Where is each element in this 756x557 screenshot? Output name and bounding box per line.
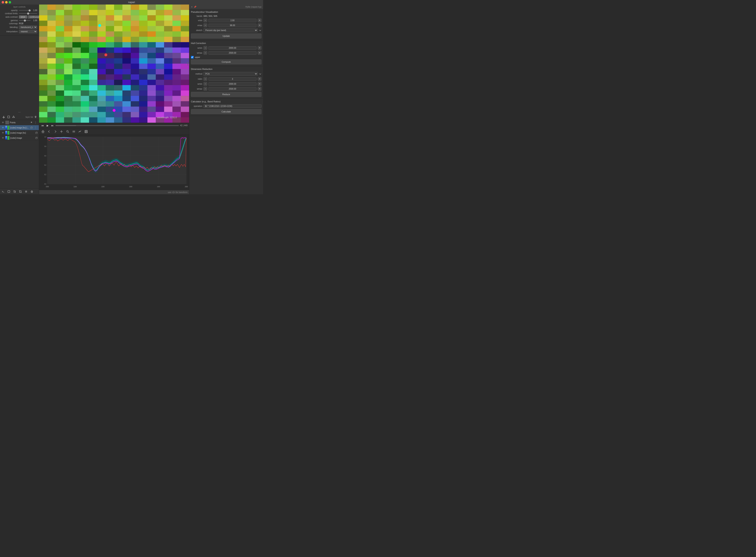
contrast-slider[interactable] [19,13,37,14]
layer-item-cube-hc-2200[interactable]: 👁 [cube] image [hc] [2200, ... ⋮ [0,125,39,130]
ndim-input[interactable] [208,77,257,81]
nav-pan-icon[interactable] [59,129,64,134]
nav-line-icon[interactable] [78,129,82,134]
square-icon[interactable] [7,189,11,194]
side-handle[interactable] [187,62,188,65]
update-button[interactable]: Update [191,33,261,38]
select-tool[interactable] [7,115,11,119]
hull-wmin-plus[interactable]: + [258,46,261,50]
vmax-plus[interactable]: + [258,23,261,27]
upper-checkbox[interactable] [191,56,194,59]
dr-wmax-minus[interactable]: − [203,87,207,91]
skip-start-button[interactable]: ⏮ [41,124,45,127]
dr-wmax-plus[interactable]: + [258,87,261,91]
layer-icon-group2 [5,136,9,140]
dr-wmax-label: wmax [191,88,202,90]
right-close-btn[interactable]: ✕ [191,6,193,8]
hull-wmin-input[interactable] [208,46,257,50]
compute-button[interactable]: Compute [191,59,261,64]
stretch-select[interactable]: Percent clip (per band) Percent clip Man… [203,28,258,32]
layer-options-icon[interactable]: ⋮ [33,121,38,124]
status-hint: use <2> for transform [168,191,187,194]
nav-params-icon[interactable] [71,129,76,134]
maximize-button[interactable] [9,1,11,3]
delete-layer-button[interactable] [34,115,37,119]
polygon-tool[interactable] [11,115,16,119]
layer-name-cube-hc: [cube] image [hc] [10,132,34,134]
right-panel-title: Hylite (napari-hyp [245,6,261,8]
svg-rect-15 [31,192,32,193]
dr-wmax-input[interactable] [208,87,257,91]
visibility-icon[interactable]: 👁 [1,136,4,140]
vmin-plus[interactable]: + [258,19,261,22]
expand-handle[interactable]: ··· [0,110,39,114]
nav-forward-icon[interactable] [53,129,58,134]
point-cyan [98,24,101,27]
method-select[interactable]: PCA MNF ICA [203,72,258,76]
vmin-input[interactable] [208,19,257,22]
vmax-minus[interactable]: − [203,23,207,27]
visibility-icon[interactable]: 👁 [1,126,4,129]
close-button[interactable] [2,1,4,3]
interpolation-select[interactable]: nearest linear [19,30,37,33]
svg-text:2300: 2300 [129,185,133,188]
hull-wmin-minus[interactable]: − [203,46,207,50]
dr-wmin-minus[interactable]: − [203,82,207,86]
layer-item-cube-hc[interactable]: 👁 [cube] image [hc] [0,130,39,136]
app-title: napari [128,1,135,4]
grid-icon[interactable] [24,189,28,194]
hull-wmax-minus[interactable]: − [203,51,207,55]
auto-contrast-buttons: once continuous [19,16,41,19]
window-controls[interactable] [2,1,11,3]
move-tool[interactable] [2,115,6,119]
spectral-chart: 1.0 0.8 0.6 0.4 0.2 0.0 2000 2100 2200 2… [39,135,189,190]
dr-wmin-plus[interactable]: + [258,82,261,86]
home-icon[interactable] [30,189,34,194]
opacity-label: opacity: [2,9,18,11]
nav-zoom-icon[interactable] [65,129,70,134]
nav-back-icon[interactable] [47,129,51,134]
opacity-slider[interactable] [19,10,31,11]
reduce-button[interactable]: Reduce [191,92,261,97]
timeline-slider[interactable] [56,125,179,126]
calculator-section: Calculator (e.g., Band Ratios) operation… [189,99,263,116]
once-button[interactable]: once [19,16,27,19]
calculate-button[interactable]: Calculate [191,109,261,114]
gamma-slider-container[interactable] [19,20,31,21]
blending-select[interactable]: translucent_no_depth additive opaque [19,26,37,29]
layer-item-points[interactable]: 👁 Points ⋮ [0,120,39,125]
layer-options-icon[interactable]: ⋮ [33,126,38,129]
layer-list-actions: layer list [26,115,37,119]
dr-wmin-input[interactable] [208,82,257,86]
hull-wmax-input[interactable] [208,51,257,55]
console-icon[interactable] [1,189,5,194]
3d-icon[interactable] [12,189,17,194]
hull-wmax-plus[interactable]: + [258,51,261,55]
minimize-button[interactable] [5,1,8,3]
vmin-minus[interactable]: − [203,19,207,22]
svg-text:0.8: 0.8 [45,145,47,147]
visibility-icon[interactable]: 👁 [1,121,4,124]
play-button[interactable]: ▶ [46,124,49,127]
ndim-plus[interactable]: + [258,77,261,81]
visibility-icon[interactable]: 👁 [1,131,4,135]
svg-rect-5 [35,133,37,134]
right-panel-titlebar: ✕ 📌 Hylite (napari-hyp [189,4,263,9]
ndim-minus[interactable]: − [203,77,207,81]
opacity-slider-container[interactable] [19,10,31,11]
right-panel: ✕ 📌 Hylite (napari-hyp Pseudocolour Visu… [189,4,263,194]
skip-end-button[interactable]: ⏭ [51,124,54,127]
timeline-track [56,125,76,126]
layer-item-cube[interactable]: 👁 [cube] image [0,136,39,141]
right-pin-btn[interactable]: 📌 [194,6,196,8]
contrast-slider-container[interactable] [19,13,37,14]
gamma-slider[interactable] [19,20,31,21]
nav-save-icon[interactable] [84,129,88,134]
nav-home-icon[interactable] [41,129,45,134]
gamma-value: 1.00 [31,19,37,22]
blending-row: blending: translucent_no_depth additive … [2,26,37,29]
crop-icon[interactable] [18,189,23,194]
vmax-input[interactable] [208,24,257,27]
operation-input[interactable] [203,105,261,108]
canvas-viewer[interactable]: wavelength: 2231.0 [39,4,189,123]
